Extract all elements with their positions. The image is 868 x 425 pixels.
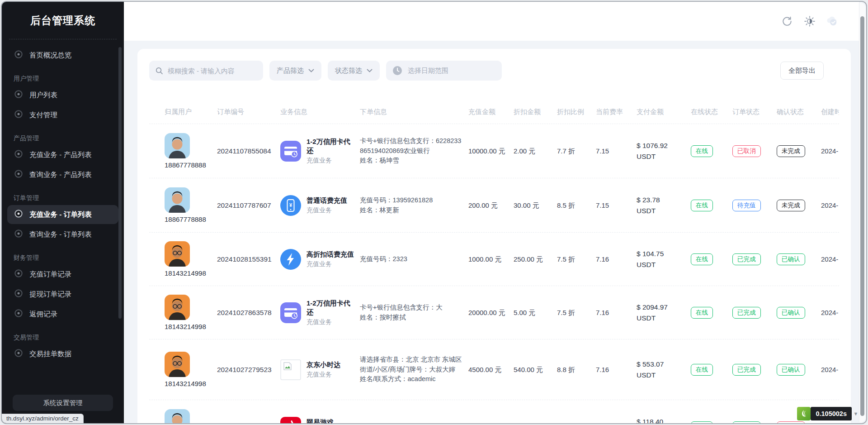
status-filter-select[interactable]: 状态筛选: [328, 61, 380, 81]
table-row: 18143214998202410278635781-2万信用卡代还充值业务卡号…: [149, 286, 839, 339]
column-header: 归属用户: [165, 108, 217, 116]
sidebar-item[interactable]: 充值业务 - 订单列表: [7, 205, 118, 224]
export-all-button[interactable]: 全部导出: [780, 62, 824, 80]
column-header: 折扣比例: [557, 108, 596, 116]
recharge-amount: 20000.00 元: [468, 308, 514, 318]
order-status-badge: 已完成: [732, 253, 761, 265]
product-category: 充值业务: [307, 371, 340, 379]
online-status-badge: 在线: [691, 421, 713, 425]
order-info-line: 充值号码：13959261828: [360, 196, 465, 205]
order-info-line: 卡号+银行信息包含支行：大: [360, 303, 465, 313]
recharge-amount: 200.00 元: [468, 201, 514, 210]
clock-icon: [392, 65, 403, 76]
product-name: 京东小时达: [307, 360, 340, 369]
order-info-line: 姓名/联系方式：academic: [360, 374, 465, 384]
sidebar-menu: 首页概况总览用户管理用户列表支付管理产品管理充值业务 - 产品列表查询业务 - …: [2, 42, 124, 363]
order-status-badge: 已取消: [732, 145, 761, 157]
sidebar-group-label: 用户管理: [14, 75, 112, 83]
online-status-badge-cell: 在线: [691, 253, 732, 265]
avatar: [165, 241, 190, 267]
product-category: 充值业务: [307, 157, 356, 165]
pay-amount: $ 23.78: [637, 195, 687, 205]
toolbar: 产品筛选 状态筛选 选择日期范围 全部导出: [149, 61, 839, 81]
sidebar-item[interactable]: 用户列表: [7, 86, 118, 105]
orders-table: 归属用户订单编号业务信息下单信息充值金额折扣金额折扣比例当前费率支付金额在线状态…: [149, 100, 839, 424]
order-info-line: 充值号码：2323: [360, 254, 465, 264]
order-info-cell: 卡号+银行信息包含支行：6228233865194020869农业银行姓名：杨坤…: [360, 136, 468, 166]
confirm-status-badge-cell: 未完成: [777, 200, 821, 211]
sidebar-item[interactable]: 充值业务 - 产品列表: [7, 145, 118, 164]
perf-time-badge: 0.105002s: [811, 407, 852, 420]
svg-text:¥: ¥: [289, 202, 292, 208]
phone-icon: ¥: [280, 195, 301, 216]
page-scrollbar-thumb[interactable]: [860, 16, 864, 416]
sidebar-item[interactable]: 支付管理: [7, 105, 118, 124]
search-input[interactable]: [168, 67, 257, 75]
pay-amount-cell: $ 1076.92USDT: [637, 140, 691, 162]
sidebar-scrollbar-thumb[interactable]: [118, 47, 122, 319]
created-time: 2024-: [821, 201, 839, 209]
product-cell: 1-2万信用卡代还充值业务: [280, 299, 360, 327]
sidebar-item[interactable]: 提现订单记录: [7, 285, 118, 304]
verify-icon[interactable]: [826, 15, 838, 27]
confirm-status-badge-cell: 未收到: [777, 421, 821, 425]
confirm-status-badge-cell: 已确认: [777, 253, 821, 265]
current-rate: 7.01: [596, 422, 637, 424]
bullseye-icon: [14, 209, 24, 220]
order-number: 20241107787607: [217, 201, 280, 210]
order-status-badge: 待充值: [732, 200, 761, 211]
perf-timer-widget[interactable]: 0.105002s ▼: [797, 407, 859, 420]
system-settings-button[interactable]: 系统设置管理: [13, 395, 113, 411]
product-name: 普通话费充值: [307, 196, 347, 205]
sidebar-item-label: 查询业务 - 产品列表: [29, 170, 92, 180]
bullseye-icon: [14, 49, 24, 61]
discount-ratio: 7.5 折: [557, 308, 596, 318]
discount-ratio: 8.8 折: [557, 365, 596, 375]
bullseye-icon: [14, 268, 24, 280]
sidebar-group-label: 产品管理: [14, 134, 112, 143]
search-box: [149, 61, 263, 81]
perf-leaf-icon: [797, 407, 811, 420]
sidebar-item-label: 用户列表: [29, 91, 57, 100]
sidebar-group-label: 订单管理: [14, 194, 112, 202]
app-title: 后台管理系统: [2, 2, 124, 31]
sidebar-item-label: 提现订单记录: [29, 290, 71, 299]
sidebar-item[interactable]: 交易挂单数据: [7, 344, 118, 363]
credit-card-icon: [280, 302, 301, 323]
order-info-line: 卡号+银行信息包含支行：6228233865194020869农业银行: [360, 136, 465, 156]
sidebar-item[interactable]: 返佣记录: [7, 305, 118, 324]
perf-dropdown-arrow-icon[interactable]: ▼: [853, 411, 859, 417]
avatar: [165, 409, 190, 424]
product-cell: 高折扣话费充值充值业务: [280, 249, 360, 270]
order-status-badge-cell: 已完成: [732, 307, 777, 319]
bullseye-icon: [14, 149, 24, 161]
sidebar-item[interactable]: 查询业务 - 产品列表: [7, 165, 118, 184]
order-info-cell: 请选择省市县：北京 北京市 东城区街道/小区/商场门牌号：大叔大婶姓名/联系方式…: [360, 355, 468, 384]
order-info-line: 街道/小区/商场门牌号：大叔大婶: [360, 365, 465, 375]
sidebar-item[interactable]: 充值订单记录: [7, 265, 118, 284]
order-number: 20241028155391: [217, 255, 280, 263]
user-phone: 18143214998: [165, 323, 206, 330]
column-header: 当前费率: [596, 108, 637, 116]
date-range-picker[interactable]: 选择日期范围: [386, 61, 502, 81]
online-status-badge-cell: 在线: [691, 200, 732, 211]
recharge-amount: 4500.00 元: [468, 365, 514, 375]
search-icon: [156, 67, 163, 75]
product-name: 高折扣话费充值: [307, 250, 354, 259]
pay-amount-cell: $ 118.40USDT: [637, 416, 691, 424]
confirm-status-badge: 未完成: [777, 200, 805, 211]
sidebar-item-label: 充值业务 - 订单列表: [29, 210, 92, 220]
theme-icon[interactable]: [804, 15, 816, 27]
avatar: [165, 133, 190, 158]
sidebar-item[interactable]: 查询业务 - 订单列表: [7, 225, 118, 244]
bullseye-icon: [14, 109, 24, 121]
column-header: 订单编号: [217, 108, 280, 116]
top-header: [124, 2, 859, 41]
recharge-amount: 1000.00 元: [468, 254, 514, 264]
chevron-down-icon: [367, 69, 373, 73]
sidebar-item-label: 充值业务 - 产品列表: [29, 150, 92, 160]
browser-window: 后台管理系统 首页概况总览用户管理用户列表支付管理产品管理充值业务 - 产品列表…: [1, 1, 867, 424]
sidebar-item[interactable]: 首页概况总览: [7, 46, 118, 65]
refresh-icon[interactable]: [781, 15, 793, 27]
product-filter-select[interactable]: 产品筛选: [269, 61, 321, 81]
